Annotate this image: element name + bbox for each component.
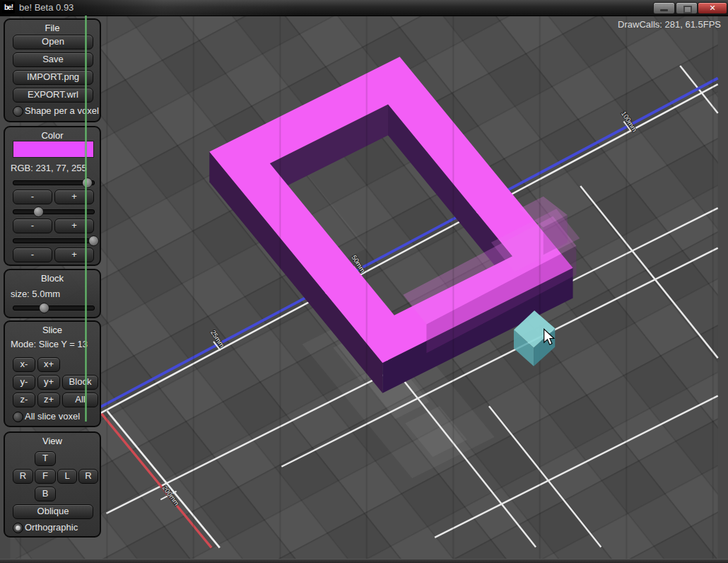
slice-y-minus-button[interactable]: y- — [13, 375, 35, 390]
slice-y-plus-button[interactable]: y+ — [37, 375, 60, 390]
vertical-grid-lines — [10, 16, 717, 559]
view-right-button[interactable]: R — [13, 469, 33, 484]
slice-x-plus-button[interactable]: x+ — [37, 357, 60, 372]
view-panel-title: View — [5, 436, 100, 446]
maximize-icon — [683, 6, 692, 13]
export-wrl-button[interactable]: EXPORT.wrl — [13, 88, 93, 103]
import-png-button[interactable]: IMPORT.png — [13, 70, 93, 85]
close-icon: ✕ — [709, 4, 715, 12]
slice-panel: Slice Mode: Slice Y = 13 x- x+ y- y+ Blo… — [4, 320, 101, 427]
save-button[interactable]: Save — [13, 52, 93, 67]
slice-z-minus-button[interactable]: z- — [13, 393, 35, 407]
oblique-button[interactable]: Oblique — [13, 504, 93, 519]
red-slider-thumb[interactable] — [82, 178, 93, 188]
rgb-value-label: RGB: 231, 77, 255 — [11, 163, 87, 173]
slice-mode-label: Mode: Slice Y = 13 — [11, 339, 88, 349]
view-top-button[interactable]: T — [35, 451, 56, 466]
titlebar[interactable]: be! be! Beta 0.93 ✕ — [0, 0, 728, 16]
orthographic-toggle[interactable] — [13, 523, 23, 533]
minimize-icon — [660, 9, 668, 11]
close-button[interactable]: ✕ — [698, 2, 727, 14]
color-panel: Color RGB: 231, 77, 255 - + - + - + — [4, 126, 101, 266]
color-panel-title: Color — [5, 130, 100, 141]
slice-x-minus-button[interactable]: x- — [13, 357, 35, 372]
file-panel-title: File — [5, 23, 100, 33]
blue-slider-thumb[interactable] — [88, 236, 99, 246]
red-plus-button[interactable]: + — [54, 190, 94, 204]
shape-per-voxel-label: Shape per a voxel — [25, 105, 99, 116]
scene-svg: 25mm 50mm 100mm 200mm — [0, 16, 728, 559]
red-minus-button[interactable]: - — [13, 190, 52, 204]
block-size-slider[interactable] — [13, 306, 95, 310]
file-panel: File Open Save IMPORT.png EXPORT.wrl Sha… — [4, 18, 101, 122]
view-left-button[interactable]: L — [57, 469, 77, 484]
green-plus-button[interactable]: + — [54, 219, 94, 233]
slice-block-button[interactable]: Block — [62, 375, 98, 390]
red-slider[interactable] — [13, 180, 95, 185]
blue-minus-button[interactable]: - — [13, 248, 52, 262]
orthographic-label: Orthographic — [25, 522, 78, 533]
slice-z-plus-button[interactable]: z+ — [37, 393, 60, 407]
green-slider[interactable] — [13, 209, 95, 214]
green-minus-button[interactable]: - — [13, 219, 52, 233]
slice-all-button[interactable]: All — [62, 393, 98, 407]
block-panel-title: Block — [5, 273, 100, 284]
blue-slider[interactable] — [13, 238, 95, 243]
block-size-label: size: 5.0mm — [11, 289, 60, 299]
shape-per-voxel-toggle[interactable] — [13, 106, 23, 117]
view-front-button[interactable]: F — [35, 469, 56, 484]
slice-panel-title: Slice — [5, 325, 100, 335]
drawcalls-fps-status: DrawCalls: 281, 61.5FPS — [618, 19, 721, 30]
all-slice-voxel-label: All slice voxel — [25, 411, 80, 422]
maximize-button[interactable] — [676, 2, 698, 14]
minimize-button[interactable] — [653, 2, 675, 14]
blue-plus-button[interactable]: + — [54, 248, 94, 262]
all-slice-voxel-toggle[interactable] — [13, 412, 23, 422]
app-logo-icon: be! — [2, 1, 15, 13]
view-bottom-button[interactable]: B — [35, 487, 56, 501]
view-right2-button[interactable]: R — [78, 469, 98, 484]
block-size-slider-thumb[interactable] — [39, 303, 49, 313]
viewport-canvas[interactable]: 25mm 50mm 100mm 200mm DrawCalls: 281, 61 — [0, 16, 728, 559]
color-swatch — [13, 141, 94, 158]
block-panel: Block size: 5.0mm — [4, 269, 101, 318]
open-button[interactable]: Open — [13, 35, 93, 50]
window-title: be! Beta 0.93 — [19, 0, 74, 16]
window-bottom-border — [0, 559, 728, 563]
view-panel: View T R F L R B Oblique Orthographic — [4, 431, 101, 538]
green-slider-thumb[interactable] — [33, 207, 44, 217]
